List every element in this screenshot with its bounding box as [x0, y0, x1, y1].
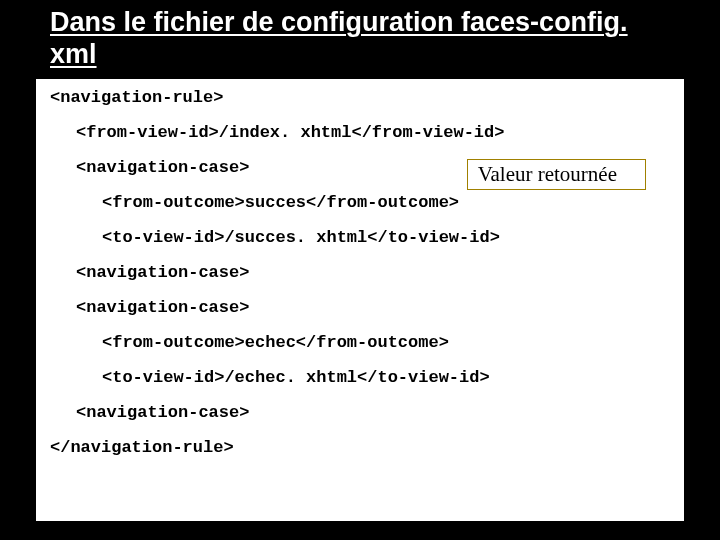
code-line: <navigation-case>: [50, 404, 670, 421]
code-line: <from-outcome>succes</from-outcome>: [50, 194, 670, 211]
code-line: <to-view-id>/echec. xhtml</to-view-id>: [50, 369, 670, 386]
code-line: </navigation-rule>: [50, 439, 670, 456]
code-line: <to-view-id>/succes. xhtml</to-view-id>: [50, 229, 670, 246]
code-line: <navigation-case>: [50, 264, 670, 281]
callout-label: Valeur retournée: [467, 159, 646, 190]
code-line: <from-view-id>/index. xhtml</from-view-i…: [50, 124, 670, 141]
code-line: <from-outcome>echec</from-outcome>: [50, 334, 670, 351]
code-block: <navigation-rule> <from-view-id>/index. …: [36, 79, 684, 521]
slide: Dans le fichier de configuration faces-c…: [0, 0, 720, 540]
code-line: <navigation-rule>: [50, 89, 670, 106]
slide-title: Dans le fichier de configuration faces-c…: [50, 6, 670, 71]
title-area: Dans le fichier de configuration faces-c…: [0, 0, 720, 79]
code-line: <navigation-case>: [50, 299, 670, 316]
